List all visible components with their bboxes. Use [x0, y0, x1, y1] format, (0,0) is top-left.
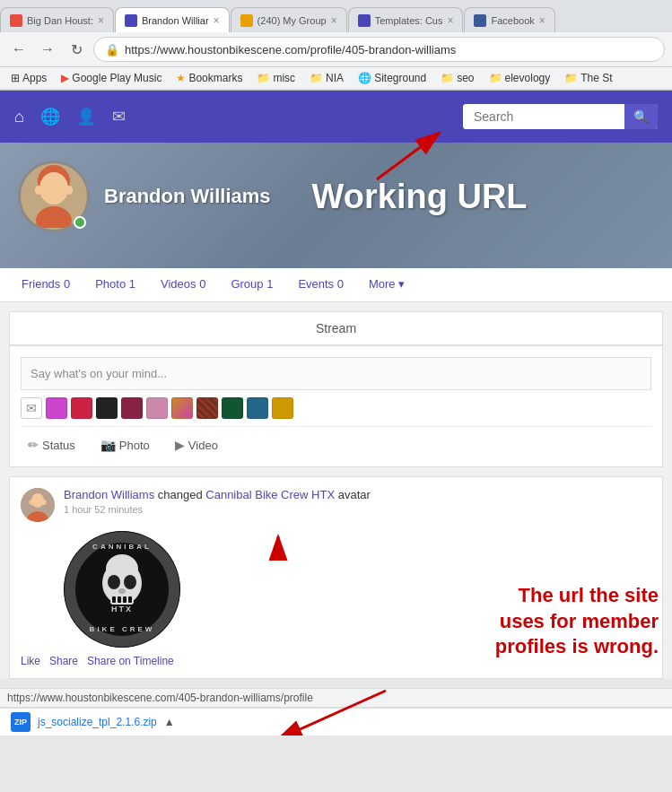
- bookmark-siteground[interactable]: 🌐 Siteground: [354, 70, 430, 86]
- folder-seo-icon: 📁: [441, 72, 454, 84]
- svg-point-9: [42, 500, 47, 505]
- avatar-container: [18, 161, 90, 232]
- svg-point-8: [30, 500, 34, 505]
- tab-favicon-4: [358, 14, 371, 27]
- stream-section: Stream: [9, 311, 663, 345]
- tab-photo[interactable]: Photo 1: [83, 268, 148, 301]
- folder-nia-icon: 📁: [310, 72, 323, 84]
- swatch-yellow[interactable]: [272, 397, 293, 419]
- svg-point-17: [118, 588, 126, 594]
- bookmark-siteground-label: Siteground: [374, 72, 426, 84]
- svg-rect-21: [123, 596, 127, 603]
- swatch-purple[interactable]: [46, 397, 67, 419]
- search-input[interactable]: [463, 104, 624, 129]
- swatch-darkred[interactable]: [121, 397, 143, 419]
- globe-icon[interactable]: 🌐: [40, 107, 60, 126]
- tab-close-2[interactable]: ×: [214, 14, 220, 27]
- bookmark-elevology[interactable]: 📁 elevology: [485, 70, 554, 86]
- apps-icon: ⊞: [11, 72, 20, 84]
- tab-4[interactable]: Templates: Cus ×: [348, 7, 464, 32]
- tab-more[interactable]: More ▾: [356, 268, 417, 301]
- activity-user-link[interactable]: Brandon Williams: [64, 488, 154, 501]
- activity-avatar-svg: [21, 488, 55, 522]
- photo-label: Photo: [119, 439, 150, 452]
- activity-action-end: avatar: [338, 488, 371, 501]
- download-file-icon: ZIP: [11, 712, 31, 732]
- tab-close-4[interactable]: ×: [447, 14, 453, 27]
- bookmark-misc[interactable]: 📁 misc: [253, 70, 299, 86]
- cannibal-logo: CANNIBAL BIKE CREW HTX: [64, 531, 180, 648]
- search-button[interactable]: 🔍: [624, 104, 658, 129]
- home-icon[interactable]: ⌂: [14, 108, 24, 126]
- swatch-envelope[interactable]: ✉: [21, 397, 42, 419]
- tab-label-5: Facebook: [491, 15, 534, 26]
- activity-avatar: [21, 488, 55, 522]
- bookmark-google-play[interactable]: ▶ Google Play Music: [57, 70, 165, 86]
- cannibal-svg: CANNIBAL BIKE CREW HTX: [64, 531, 180, 648]
- bookmark-nia[interactable]: 📁 NIA: [306, 70, 347, 86]
- swatch-pink[interactable]: [146, 397, 168, 419]
- tab-friends[interactable]: Friends 0: [9, 268, 83, 301]
- url-text[interactable]: https://www.houstonbikescene.com/profile…: [125, 43, 456, 57]
- video-action[interactable]: ▶ Video: [168, 434, 225, 456]
- share-timeline-link[interactable]: Share on Timeline: [87, 655, 174, 667]
- envelope-icon[interactable]: ✉: [112, 107, 126, 126]
- swatch-darkgreen[interactable]: [222, 397, 243, 419]
- profile-info: Brandon Williams Working URL: [18, 161, 654, 250]
- bookmark-nia-label: NIA: [326, 72, 344, 84]
- bookmark-apps[interactable]: ⊞ Apps: [7, 70, 50, 86]
- bookmark-seo[interactable]: 📁 seo: [437, 70, 477, 86]
- activity-time: 1 hour 52 minutes: [64, 504, 371, 515]
- svg-point-1: [39, 172, 68, 205]
- tab-favicon-2: [125, 14, 137, 27]
- forward-button[interactable]: →: [36, 38, 59, 61]
- tab-videos[interactable]: Videos 0: [148, 268, 218, 301]
- swatch-teal[interactable]: [247, 397, 268, 419]
- swatch-black[interactable]: [96, 397, 118, 419]
- tab-label-4: Templates: Cus: [375, 15, 443, 26]
- photo-action[interactable]: 📷 Photo: [93, 434, 157, 456]
- post-actions: ✏ Status 📷 Photo ▶ Video: [21, 426, 651, 456]
- tab-5[interactable]: Facebook ×: [464, 7, 554, 32]
- tab-group[interactable]: Group 1: [218, 268, 285, 301]
- post-input-area[interactable]: Say what's on your mind...: [21, 357, 651, 390]
- download-expand-icon[interactable]: ▲: [164, 716, 175, 728]
- tab-close-3[interactable]: ×: [331, 14, 337, 27]
- bookmark-seo-label: seo: [457, 72, 474, 84]
- swatch-red[interactable]: [71, 397, 92, 419]
- star-icon: ★: [176, 72, 186, 84]
- svg-text:HTX: HTX: [111, 605, 133, 614]
- stream-header: Stream: [9, 311, 663, 345]
- tab-close-5[interactable]: ×: [539, 14, 545, 27]
- status-label: Status: [42, 439, 75, 452]
- nav-icons: ⌂ 🌐 👤 ✉: [14, 107, 445, 126]
- activity-group-link[interactable]: Cannibal Bike Crew HTX: [205, 488, 335, 501]
- person-icon[interactable]: 👤: [76, 107, 96, 126]
- swatch-gradient[interactable]: [171, 397, 193, 419]
- like-link[interactable]: Like: [21, 655, 40, 667]
- svg-point-6: [31, 493, 44, 508]
- bookmark-bookmarks[interactable]: ★ Bookmarks: [172, 70, 246, 86]
- activity-text: Brandon Williams changed Cannibal Bike C…: [64, 488, 371, 501]
- search-container: 🔍: [463, 104, 658, 129]
- post-placeholder: Say what's on your mind...: [31, 367, 167, 380]
- post-box: Say what's on your mind... ✉ ✏: [9, 345, 663, 467]
- working-url-label: Working URL: [312, 178, 528, 216]
- swatch-pattern[interactable]: [196, 397, 218, 419]
- tab-2[interactable]: Brandon Williar ×: [115, 7, 230, 32]
- avatar-svg: [27, 165, 81, 228]
- download-filename[interactable]: js_socialize_tpl_2.1.6.zip: [38, 716, 157, 728]
- activity-action: changed: [158, 488, 206, 501]
- svg-text:BIKE CREW: BIKE CREW: [90, 625, 155, 633]
- status-action[interactable]: ✏ Status: [21, 434, 83, 456]
- share-link[interactable]: Share: [49, 655, 78, 667]
- tab-close-1[interactable]: ×: [98, 14, 104, 27]
- video-icon: ▶: [175, 438, 185, 452]
- back-button[interactable]: ←: [7, 38, 31, 61]
- tab-3[interactable]: (240) My Group ×: [231, 7, 347, 32]
- bookmark-thest[interactable]: 📁 The St: [561, 70, 615, 86]
- tab-1[interactable]: Big Dan Houst: ×: [0, 7, 114, 32]
- tab-events[interactable]: Events 0: [285, 268, 356, 301]
- reload-button[interactable]: ↻: [65, 38, 88, 61]
- address-bar[interactable]: 🔒 https://www.houstonbikescene.com/profi…: [93, 37, 665, 62]
